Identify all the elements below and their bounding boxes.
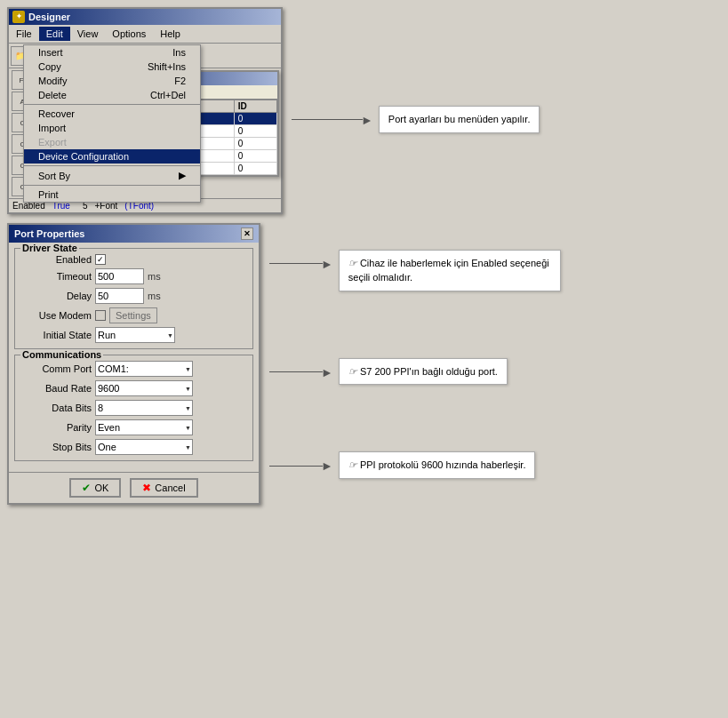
top-annotation-text: Port ayarları bu menüden yapılır. xyxy=(388,114,531,124)
menu-item-insert-shortcut: Ins xyxy=(172,47,186,58)
bottom1-annotation-box: ☞ S7 200 PPI'ın bağlı olduğu port. xyxy=(339,358,508,386)
parity-row: Parity Even Odd None xyxy=(20,419,247,435)
timeout-unit: ms xyxy=(148,271,161,282)
separator-2 xyxy=(24,165,200,166)
cancel-icon: ✖ xyxy=(142,482,151,494)
delay-unit: ms xyxy=(148,291,161,301)
menu-item-delete[interactable]: Delete Ctrl+Del xyxy=(24,88,200,102)
menu-item-delete-label: Delete xyxy=(38,90,67,100)
comm-port-select[interactable]: COM1: COM2: COM3: xyxy=(95,361,193,377)
bottom2-arrow: ► xyxy=(269,459,333,473)
menu-view[interactable]: View xyxy=(70,27,106,41)
port-properties-dialog: Port Properties ✕ Driver State Enabled ✓… xyxy=(7,223,260,505)
middle-annotation-row: ► ☞ Cihaz ile haberlemek için Enabled se… xyxy=(269,250,721,291)
communications-group: Communications Comm Port COM1: COM2: COM… xyxy=(14,355,253,461)
enabled-checkbox[interactable]: ✓ xyxy=(95,254,106,265)
initial-state-select-wrapper: Run Stop xyxy=(95,327,175,343)
sort-by-arrow-icon: ▶ xyxy=(179,170,186,181)
timeout-row: Timeout ms xyxy=(20,268,247,284)
data-bits-row: Data Bits 8 7 xyxy=(20,400,247,416)
stop-bits-label: Stop Bits xyxy=(20,442,92,452)
menu-item-import-label: Import xyxy=(38,123,66,133)
dialog-title: Port Properties xyxy=(14,228,84,239)
menu-item-print-label: Print xyxy=(38,189,59,200)
table-cell-id: 0 xyxy=(234,163,276,175)
bottom-right-annotations: ► ☞ Cihaz ile haberlemek için Enabled se… xyxy=(269,223,721,505)
app-title: Designer xyxy=(28,12,70,22)
timeout-input[interactable] xyxy=(95,268,144,284)
enabled-label: Enabled xyxy=(20,254,92,265)
stop-bits-row: Stop Bits One Two 1.5 xyxy=(20,439,247,455)
bottom1-arrow: ► xyxy=(269,365,333,379)
dialog-buttons: ✔ OK ✖ Cancel xyxy=(9,472,259,503)
dialog-titlebar: Port Properties ✕ xyxy=(9,225,259,243)
menu-file[interactable]: File xyxy=(9,27,39,41)
phone-icon-bottom1: ☞ xyxy=(348,366,357,377)
comm-port-row: Comm Port COM1: COM2: COM3: xyxy=(20,361,247,377)
initial-state-select[interactable]: Run Stop xyxy=(95,327,175,343)
cancel-button[interactable]: ✖ Cancel xyxy=(130,478,197,498)
parity-label: Parity xyxy=(20,422,92,433)
menu-item-import[interactable]: Import xyxy=(24,121,200,135)
cancel-label: Cancel xyxy=(155,483,185,493)
edit-dropdown-menu: Insert Ins Copy Shift+Ins Modify F2 Dele… xyxy=(23,44,201,203)
stop-bits-select-wrapper: One Two 1.5 xyxy=(95,439,193,455)
menu-item-copy[interactable]: Copy Shift+Ins xyxy=(24,60,200,74)
menu-edit[interactable]: Edit xyxy=(39,27,70,41)
menu-options[interactable]: Options xyxy=(105,27,153,41)
parity-select[interactable]: Even Odd None xyxy=(95,419,193,435)
delay-input[interactable] xyxy=(95,288,144,304)
bottom2-annotation-text: PPI protokolü 9600 hızında haberleşir. xyxy=(360,459,526,470)
menu-item-sort-by-label: Sort By xyxy=(38,171,70,181)
top-right-annotation-area: ► Port ayarları bu menüden yapılır. xyxy=(292,7,540,214)
dialog-body: Driver State Enabled ✓ Timeout ms Delay … xyxy=(9,243,259,472)
app-icon: ✦ xyxy=(12,11,25,23)
stop-bits-select[interactable]: One Two 1.5 xyxy=(95,439,193,455)
communications-label: Communications xyxy=(20,349,103,360)
menu-item-recover[interactable]: Recover xyxy=(24,107,200,121)
ok-button[interactable]: ✔ OK xyxy=(69,478,121,498)
initial-state-label: Initial State xyxy=(20,330,92,340)
table-cell-id: 0 xyxy=(234,150,276,163)
top-area: ✦ Designer File Edit View Options Help I… xyxy=(7,7,721,214)
bottom2-annotation-row: ► ☞ PPI protokolü 9600 hızında haberleşi… xyxy=(269,451,721,479)
settings-button[interactable]: Settings xyxy=(109,307,157,323)
menu-item-device-config[interactable]: Device Configuration xyxy=(24,149,200,164)
menu-item-copy-shortcut: Shift+Ins xyxy=(148,61,186,72)
menu-item-modify-label: Modify xyxy=(38,76,67,86)
baud-rate-row: Baud Rate 9600 19200 115200 xyxy=(20,380,247,396)
dialog-close-button[interactable]: ✕ xyxy=(241,227,253,240)
table-header-id: ID xyxy=(234,100,276,113)
delay-label: Delay xyxy=(20,291,92,301)
table-cell-id: 0 xyxy=(234,125,276,138)
menu-item-copy-label: Copy xyxy=(38,61,61,72)
data-bits-select-wrapper: 8 7 xyxy=(95,400,193,416)
phone-icon-bottom2: ☞ xyxy=(348,459,357,470)
baud-rate-select[interactable]: 9600 19200 115200 xyxy=(95,380,193,396)
use-modem-checkbox[interactable] xyxy=(95,310,106,321)
delay-row: Delay ms xyxy=(20,288,247,304)
middle-annotation-text: Cihaz ile haberlemek için Enabled seçene… xyxy=(348,258,549,283)
parity-select-wrapper: Even Odd None xyxy=(95,419,193,435)
bottom-area: Port Properties ✕ Driver State Enabled ✓… xyxy=(7,223,721,505)
top-annotation-box: Port ayarları bu menüden yapılır. xyxy=(379,106,540,133)
bottom1-annotation-text: S7 200 PPI'ın bağlı olduğu port. xyxy=(360,366,498,377)
menu-item-print[interactable]: Print xyxy=(24,187,200,202)
ok-icon: ✔ xyxy=(82,482,91,494)
data-bits-label: Data Bits xyxy=(20,403,92,413)
menu-help[interactable]: Help xyxy=(153,27,188,41)
menu-item-insert[interactable]: Insert Ins xyxy=(24,45,200,60)
menu-item-export: Export xyxy=(24,135,200,149)
window-titlebar: ✦ Designer xyxy=(9,9,281,25)
data-bits-select[interactable]: 8 7 xyxy=(95,400,193,416)
menu-item-recover-label: Recover xyxy=(38,108,75,119)
menu-item-modify[interactable]: Modify F2 xyxy=(24,74,200,88)
menu-item-export-label: Export xyxy=(38,137,67,148)
baud-rate-label: Baud Rate xyxy=(20,383,92,394)
bottom1-annotation-row: ► ☞ S7 200 PPI'ın bağlı olduğu port. xyxy=(269,358,721,386)
menu-item-sort-by[interactable]: Sort By ▶ xyxy=(24,168,200,183)
enabled-row: Enabled ✓ xyxy=(20,254,247,265)
comm-port-label: Comm Port xyxy=(20,363,92,374)
separator-1 xyxy=(24,104,200,105)
use-modem-row: Use Modem Settings xyxy=(20,307,247,323)
